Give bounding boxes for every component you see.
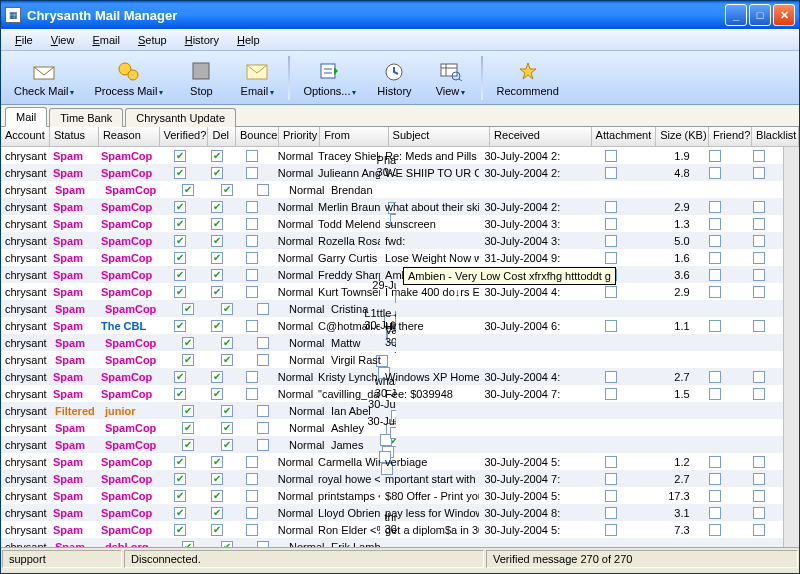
checkbox-icon[interactable]: ✔	[211, 388, 223, 400]
checkbox-icon[interactable]	[605, 167, 617, 179]
checkbox-icon[interactable]: ✔	[174, 201, 186, 213]
table-row[interactable]: chrysantSpamSpamCop✔✔NormalCarmella Wins…	[1, 453, 783, 470]
checkbox-icon[interactable]: ✔	[211, 150, 223, 162]
toolbar-view[interactable]: View▾	[423, 53, 477, 103]
checkbox-icon[interactable]: ✔	[211, 286, 223, 298]
table-row[interactable]: chrysantSpamSpamCop✔✔NormalRozella Rosar…	[1, 232, 783, 249]
column-header[interactable]: Verified?	[160, 127, 209, 146]
tab-chrysanth-update[interactable]: Chrysanth Update	[125, 108, 236, 127]
checkbox-icon[interactable]	[753, 371, 765, 383]
checkbox-icon[interactable]	[605, 371, 617, 383]
checkbox-icon[interactable]: ✔	[211, 371, 223, 383]
table-row[interactable]: chrysantSpamSpamCop✔✔NormalMerlin Braun …	[1, 198, 783, 215]
checkbox-icon[interactable]	[246, 490, 258, 502]
toolbar-history[interactable]: History	[367, 53, 421, 103]
checkbox-icon[interactable]	[753, 456, 765, 468]
maximize-button[interactable]: □	[749, 4, 771, 26]
checkbox-icon[interactable]: ✔	[182, 541, 194, 548]
column-header[interactable]: Bounce	[236, 127, 279, 146]
checkbox-icon[interactable]	[753, 490, 765, 502]
checkbox-icon[interactable]	[257, 303, 269, 315]
checkbox-icon[interactable]	[709, 167, 721, 179]
checkbox-icon[interactable]	[246, 473, 258, 485]
checkbox-icon[interactable]: ✔	[211, 473, 223, 485]
toolbar-recommend[interactable]: Recommend	[487, 53, 567, 103]
column-header[interactable]: Account	[1, 127, 50, 146]
checkbox-icon[interactable]: ✔	[221, 422, 233, 434]
column-header[interactable]: Reason	[99, 127, 160, 146]
checkbox-icon[interactable]	[753, 507, 765, 519]
checkbox-icon[interactable]: ✔	[182, 422, 194, 434]
checkbox-icon[interactable]	[605, 235, 617, 247]
checkbox-icon[interactable]	[753, 235, 765, 247]
checkbox-icon[interactable]	[605, 490, 617, 502]
checkbox-icon[interactable]: ✔	[211, 201, 223, 213]
checkbox-icon[interactable]: ✔	[211, 252, 223, 264]
checkbox-icon[interactable]	[605, 456, 617, 468]
checkbox-icon[interactable]: ✔	[174, 218, 186, 230]
checkbox-icon[interactable]: ✔	[221, 303, 233, 315]
minimize-button[interactable]: _	[725, 4, 747, 26]
checkbox-icon[interactable]	[257, 354, 269, 366]
checkbox-icon[interactable]	[246, 201, 258, 213]
checkbox-icon[interactable]	[709, 150, 721, 162]
checkbox-icon[interactable]: ✔	[174, 473, 186, 485]
checkbox-icon[interactable]	[246, 456, 258, 468]
checkbox-icon[interactable]	[709, 320, 721, 332]
checkbox-icon[interactable]	[753, 218, 765, 230]
checkbox-icon[interactable]: ✔	[182, 337, 194, 349]
checkbox-icon[interactable]	[753, 524, 765, 536]
checkbox-icon[interactable]	[753, 269, 765, 281]
checkbox-icon[interactable]	[605, 218, 617, 230]
checkbox-icon[interactable]: ✔	[174, 490, 186, 502]
checkbox-icon[interactable]	[395, 291, 397, 303]
checkbox-icon[interactable]	[753, 201, 765, 213]
checkbox-icon[interactable]	[605, 150, 617, 162]
toolbar-stop[interactable]: Stop	[174, 53, 228, 103]
checkbox-icon[interactable]	[390, 427, 397, 439]
checkbox-icon[interactable]	[709, 507, 721, 519]
checkbox-icon[interactable]	[753, 388, 765, 400]
column-header[interactable]: Received	[490, 127, 592, 146]
checkbox-icon[interactable]: ✔	[211, 167, 223, 179]
checkbox-icon[interactable]	[257, 439, 269, 451]
checkbox-icon[interactable]: ✔	[174, 320, 186, 332]
checkbox-icon[interactable]: ✔	[174, 456, 186, 468]
checkbox-icon[interactable]: ✔	[211, 269, 223, 281]
checkbox-icon[interactable]: ✔	[182, 303, 194, 315]
column-header[interactable]: Priority	[279, 127, 320, 146]
checkbox-icon[interactable]: ✔	[174, 252, 186, 264]
checkbox-icon[interactable]: ✔	[221, 439, 233, 451]
checkbox-icon[interactable]	[709, 235, 721, 247]
checkbox-icon[interactable]: ✔	[174, 235, 186, 247]
checkbox-icon[interactable]	[246, 371, 258, 383]
column-header[interactable]: Size (KB)	[656, 127, 709, 146]
checkbox-icon[interactable]	[246, 269, 258, 281]
menu-file[interactable]: File	[7, 32, 41, 48]
checkbox-icon[interactable]	[709, 252, 721, 264]
toolbar-check-mail[interactable]: Check Mail▾	[5, 53, 83, 103]
column-header[interactable]: Subject	[389, 127, 491, 146]
checkbox-icon[interactable]	[246, 286, 258, 298]
checkbox-icon[interactable]: ✔	[174, 286, 186, 298]
checkbox-icon[interactable]: ✔	[182, 184, 194, 196]
checkbox-icon[interactable]: ✔	[174, 507, 186, 519]
checkbox-icon[interactable]	[246, 150, 258, 162]
checkbox-icon[interactable]	[605, 388, 617, 400]
checkbox-icon[interactable]	[709, 524, 721, 536]
checkbox-icon[interactable]	[257, 541, 269, 548]
checkbox-icon[interactable]: ✔	[174, 167, 186, 179]
grid-body[interactable]: chrysantSpamSpamCop✔✔NormalTracey Shield…	[1, 147, 783, 547]
checkbox-icon[interactable]	[605, 252, 617, 264]
checkbox-icon[interactable]: ✔	[221, 405, 233, 417]
checkbox-icon[interactable]	[246, 167, 258, 179]
checkbox-icon[interactable]	[709, 371, 721, 383]
checkbox-icon[interactable]: ✔	[174, 150, 186, 162]
checkbox-icon[interactable]: ✔	[211, 218, 223, 230]
column-header[interactable]: From	[320, 127, 388, 146]
menu-help[interactable]: Help	[229, 32, 268, 48]
vertical-scrollbar[interactable]	[783, 147, 799, 547]
checkbox-icon[interactable]: ✔	[211, 490, 223, 502]
checkbox-icon[interactable]: ✔	[174, 524, 186, 536]
checkbox-icon[interactable]	[605, 473, 617, 485]
